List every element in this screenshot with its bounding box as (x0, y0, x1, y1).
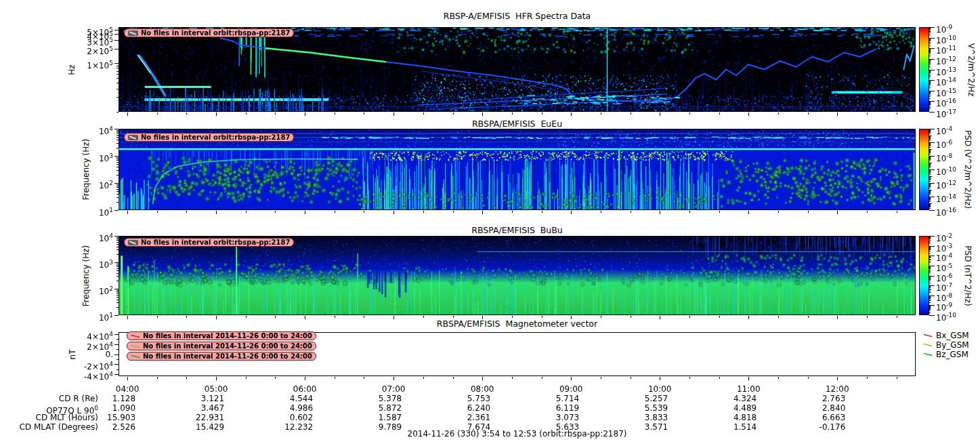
axis-tick (246, 113, 247, 115)
axis-tick (929, 307, 931, 308)
axis-tick (423, 211, 424, 213)
axis-tick (808, 377, 809, 379)
axis-tick (929, 131, 931, 132)
ephemeris-value: 15.429 (177, 422, 224, 432)
axis-tick (929, 297, 931, 298)
ephemeris-value: 3.833 (620, 413, 668, 422)
hfr-spectra-plot[interactable] (119, 27, 916, 112)
axis-tick (631, 113, 631, 115)
axis-tick (929, 38, 931, 39)
bubu-colorbar[interactable] (919, 236, 929, 315)
axis-tick (114, 315, 119, 316)
no-files-badge-hfr[interactable]: No files in interval orbit:rbspa-pp:2187 (124, 28, 294, 37)
axis-tick (216, 211, 217, 214)
axis-tick (929, 28, 931, 29)
ephemeris-value: 4.489 (709, 403, 757, 413)
legend-item-by-gsm[interactable]: By_GSM (923, 340, 969, 350)
axis-tick (929, 38, 935, 39)
axis-tick (929, 200, 931, 201)
axis-tick (929, 186, 931, 186)
ephemeris-value: 2.763 (798, 394, 845, 403)
axis-tick (929, 208, 931, 209)
ephemeris-value: 3.467 (177, 403, 224, 413)
axis-tick (364, 113, 364, 115)
axis-tick (929, 270, 931, 270)
axis-tick (837, 377, 838, 380)
axis-tick (837, 211, 838, 214)
axis-tick (114, 210, 119, 211)
axis-tick (929, 145, 931, 146)
axis-tick (929, 77, 931, 77)
axis-tick (929, 197, 931, 198)
axis-tick (571, 113, 572, 116)
axis-tick (929, 41, 931, 41)
axis-tick (929, 144, 931, 144)
axis-tick (929, 166, 931, 167)
axis-tick (601, 377, 601, 379)
axis-tick (929, 199, 931, 200)
axis-tick (897, 377, 897, 379)
bubu-spectrogram-plot[interactable] (119, 236, 916, 315)
axis-tick (929, 61, 931, 62)
axis-tick (929, 35, 931, 35)
axis-tick (929, 205, 931, 205)
axis-tick (929, 144, 931, 145)
no-files-badge-text: No files in interval 2014-11-26 0:00 to … (143, 352, 312, 360)
ephemeris-value: 6.663 (798, 413, 845, 422)
axis-tick (929, 178, 931, 178)
axis-tick (393, 211, 394, 214)
axis-tick (929, 192, 931, 193)
legend-item-bz-gsm[interactable]: Bz_GSM (923, 350, 968, 359)
ephemeris-value: 3.121 (177, 394, 224, 403)
y-axis-label-nt: nT (68, 349, 77, 359)
axis-tick (929, 33, 931, 33)
axis-tick (929, 243, 931, 243)
axis-tick (453, 211, 454, 213)
no-files-badge-eueu[interactable]: No files in interval orbit:rbspa-pp:2187 (124, 133, 294, 142)
axis-tick (929, 157, 931, 158)
axis-tick (929, 246, 931, 247)
axis-tick (929, 276, 935, 277)
ephemeris-value: 5.872 (354, 403, 402, 413)
eueu-colorbar[interactable] (919, 129, 929, 210)
axis-tick (929, 253, 931, 254)
axis-tick (929, 142, 931, 143)
axis-tick (929, 205, 931, 205)
axis-tick (748, 316, 749, 319)
axis-tick (929, 165, 931, 165)
axis-tick (929, 136, 931, 137)
axis-tick (929, 27, 935, 28)
no-files-badge-bx[interactable]: No files in interval 2014-11-26 0:00 to … (127, 331, 316, 340)
axis-tick (929, 170, 931, 171)
y-tick-label: 5×105 (72, 25, 113, 35)
axis-tick (275, 377, 276, 379)
axis-tick (929, 201, 931, 202)
axis-tick (929, 237, 931, 238)
axis-tick (929, 277, 931, 278)
panel-title-hfr: RBSP-A/EMFISIS HFR Spectra Data (444, 11, 591, 21)
axis-tick (929, 108, 931, 109)
axis-tick (929, 156, 935, 157)
axis-tick (929, 268, 931, 268)
axis-tick (778, 113, 779, 115)
axis-tick (929, 308, 931, 309)
axis-tick (275, 316, 276, 318)
hfr-colorbar[interactable] (919, 27, 929, 112)
axis-tick (929, 191, 931, 192)
axis-tick (929, 144, 931, 144)
axis-tick (929, 256, 935, 256)
axis-tick (929, 184, 931, 185)
no-files-badge-bz[interactable]: No files in interval 2014-11-26 0:00 to … (127, 352, 316, 361)
axis-tick (216, 316, 217, 319)
axis-tick (929, 150, 931, 151)
y-tick-label: 104 (72, 124, 113, 134)
axis-tick (929, 152, 931, 153)
axis-tick (929, 248, 931, 249)
axis-tick (929, 197, 935, 197)
axis-tick (929, 285, 935, 286)
legend-item-bx-gsm[interactable]: Bx_GSM (923, 331, 969, 340)
axis-tick (929, 163, 931, 164)
no-files-badge-bubu[interactable]: No files in interval orbit:rbspa-pp:2187 (124, 238, 294, 247)
no-files-badge-by[interactable]: No files in interval 2014-11-26 0:00 to … (127, 342, 316, 350)
axis-tick (127, 316, 128, 319)
